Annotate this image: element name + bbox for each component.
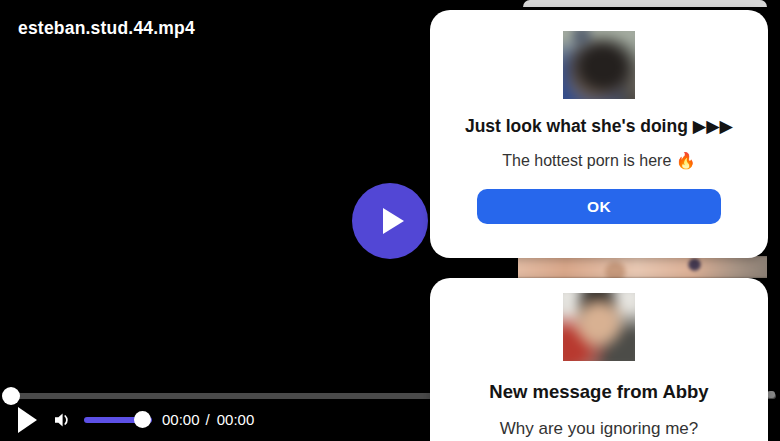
popup-subtext: Why are you ignoring me? bbox=[430, 419, 768, 439]
popup-thumbnail bbox=[563, 293, 635, 361]
popup-heading: Just look what she's doing ▶▶▶ bbox=[430, 116, 768, 137]
play-button[interactable] bbox=[18, 407, 37, 433]
volume-button[interactable] bbox=[50, 408, 74, 432]
volume-handle[interactable] bbox=[134, 411, 151, 428]
seek-handle[interactable] bbox=[2, 387, 20, 405]
popup-card-promo[interactable]: Just look what she's doing ▶▶▶ The hotte… bbox=[430, 10, 768, 258]
photo-placeholder bbox=[518, 256, 767, 278]
time-display: 00:00/00:00 bbox=[162, 411, 254, 428]
duration: 00:00 bbox=[217, 411, 255, 428]
popup-heading: New message from Abby bbox=[430, 381, 768, 403]
big-play-button[interactable] bbox=[352, 183, 428, 259]
scrollbar-thumb[interactable] bbox=[767, 391, 775, 398]
time-separator: / bbox=[206, 411, 210, 428]
current-time: 00:00 bbox=[162, 411, 200, 428]
blurred-photo-placeholder bbox=[563, 31, 635, 99]
play-icon bbox=[383, 208, 404, 234]
speaker-wave-icon bbox=[50, 408, 74, 432]
ok-button[interactable]: OK bbox=[477, 189, 721, 224]
video-title: esteban.stud.44.mp4 bbox=[18, 18, 195, 39]
stacked-popup-peek bbox=[523, 0, 767, 7]
popup-card-message[interactable]: New message from Abby Why are you ignori… bbox=[430, 278, 768, 441]
popup-thumbnail bbox=[563, 31, 635, 99]
page-content-peek bbox=[518, 256, 767, 278]
blurred-photo-placeholder bbox=[563, 293, 635, 361]
popup-subtext: The hottest porn is here 🔥 bbox=[430, 151, 768, 170]
page: esteban.stud.44.mp4 00:00/00:00 Just loo… bbox=[0, 0, 780, 441]
